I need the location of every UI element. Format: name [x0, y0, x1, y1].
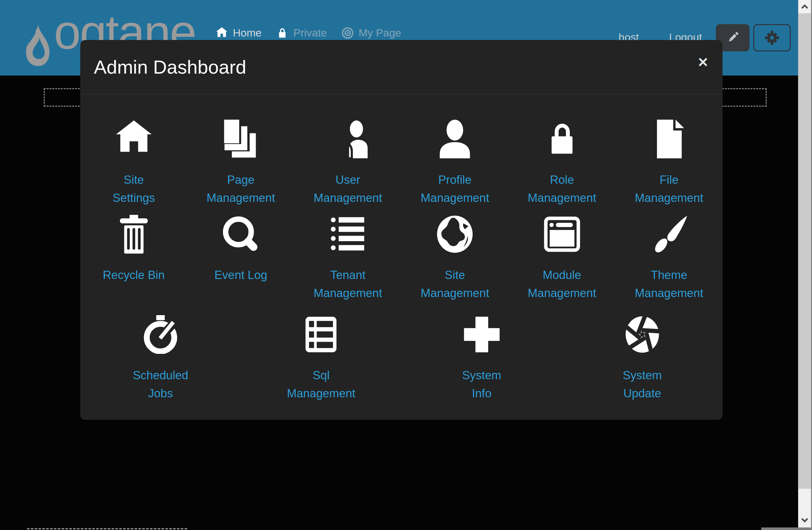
- people-icon: [325, 118, 371, 160]
- admin-tile-system-info[interactable]: SystemInfo: [402, 314, 562, 402]
- main-nav: HomePrivateMy Page: [216, 27, 401, 39]
- admin-dashboard-modal: Admin Dashboard ✕ SiteSettingsPageManage…: [80, 40, 723, 420]
- tile-label: TenantManagement: [314, 266, 382, 302]
- admin-tile-site-management[interactable]: SiteManagement: [402, 213, 509, 302]
- tile-label: SqlManagement: [287, 366, 355, 402]
- tile-label: Recycle Bin: [103, 266, 165, 284]
- close-icon[interactable]: ✕: [697, 56, 709, 69]
- admin-tile-scheduled-jobs[interactable]: ScheduledJobs: [80, 314, 241, 402]
- home-icon: [216, 27, 228, 39]
- chevron-up-icon: [801, 4, 809, 9]
- tile-label: UserManagement: [314, 171, 382, 207]
- drop-logo-icon: [22, 19, 53, 71]
- scrollbar-thumb[interactable]: [798, 13, 811, 489]
- tile-label: Event Log: [214, 266, 267, 284]
- tile-row: ScheduledJobsSqlManagementSystemInfoSyst…: [80, 314, 723, 402]
- tile-label: SiteSettings: [113, 171, 155, 207]
- person-icon: [435, 118, 474, 160]
- admin-tile-sql-management[interactable]: SqlManagement: [241, 314, 401, 402]
- admin-tile-theme-management[interactable]: ThemeManagement: [616, 213, 723, 302]
- admin-tile-site-settings[interactable]: SiteSettings: [80, 118, 187, 207]
- tile-label: SiteManagement: [421, 266, 489, 302]
- admin-tile-profile-management[interactable]: ProfileManagement: [402, 118, 509, 207]
- nav-item-home[interactable]: Home: [216, 27, 262, 39]
- admin-tile-system-update[interactable]: SystemUpdate: [562, 314, 723, 402]
- vertical-scrollbar[interactable]: [798, 0, 812, 530]
- admin-tile-module-management[interactable]: ModuleManagement: [508, 213, 616, 302]
- control-panel-button[interactable]: [753, 24, 791, 52]
- globe-icon: [435, 213, 474, 255]
- home-icon: [115, 118, 153, 160]
- tile-label: ProfileManagement: [421, 171, 489, 207]
- brand-logo[interactable]: oqtane: [22, 19, 53, 71]
- gear-icon: [765, 30, 779, 45]
- plus-icon: [462, 314, 501, 356]
- admin-tile-event-log[interactable]: Event Log: [187, 213, 295, 302]
- pane-placeholder-bottom: [27, 528, 187, 530]
- tile-label: SystemInfo: [462, 366, 501, 402]
- tile-label: SystemUpdate: [623, 366, 662, 402]
- scrollbar-corner: [761, 528, 812, 530]
- pencil-icon: [725, 30, 740, 45]
- trash-icon: [115, 213, 153, 255]
- timer-icon: [141, 314, 180, 356]
- scroll-up-button[interactable]: [798, 0, 811, 13]
- admin-tile-recycle-bin[interactable]: Recycle Bin: [80, 213, 187, 302]
- file-icon: [650, 118, 688, 160]
- brush-icon: [650, 213, 688, 255]
- nav-item-label: Home: [233, 27, 262, 39]
- admin-tile-tenant-management[interactable]: TenantManagement: [294, 213, 402, 302]
- tile-label: ThemeManagement: [635, 266, 703, 302]
- nav-item-my-page[interactable]: My Page: [342, 27, 401, 39]
- tile-label: ModuleManagement: [528, 266, 596, 302]
- admin-tile-page-management[interactable]: PageManagement: [187, 118, 295, 207]
- list-icon: [329, 213, 367, 255]
- aperture-icon: [623, 314, 662, 356]
- admin-tile-user-management[interactable]: UserManagement: [294, 118, 402, 207]
- nav-item-private[interactable]: Private: [276, 27, 327, 39]
- scroll-down-button[interactable]: [798, 514, 811, 527]
- tile-label: PageManagement: [206, 171, 275, 207]
- browser-icon: [543, 213, 581, 255]
- admin-tile-file-management[interactable]: FileManagement: [616, 118, 723, 207]
- tile-label: RoleManagement: [528, 171, 596, 207]
- spreadsheet-icon: [302, 314, 340, 356]
- modal-header: Admin Dashboard ✕: [80, 40, 723, 95]
- modal-title: Admin Dashboard: [94, 56, 246, 78]
- lock-icon: [543, 118, 581, 160]
- admin-tiles-grid: SiteSettingsPageManagementUserManagement…: [80, 95, 723, 402]
- layers-icon: [221, 118, 260, 160]
- tile-row: Recycle BinEvent LogTenantManagementSite…: [80, 213, 723, 302]
- nav-item-label: My Page: [359, 27, 401, 39]
- lock-icon: [276, 27, 288, 39]
- admin-tile-role-management[interactable]: RoleManagement: [508, 118, 616, 207]
- tile-label: FileManagement: [635, 171, 703, 207]
- tile-row: SiteSettingsPageManagementUserManagement…: [80, 118, 723, 207]
- tile-label: ScheduledJobs: [133, 366, 188, 402]
- chevron-down-icon: [801, 518, 809, 523]
- magnifying-glass-icon: [221, 213, 260, 255]
- target-icon: [342, 27, 354, 39]
- nav-item-label: Private: [293, 27, 327, 39]
